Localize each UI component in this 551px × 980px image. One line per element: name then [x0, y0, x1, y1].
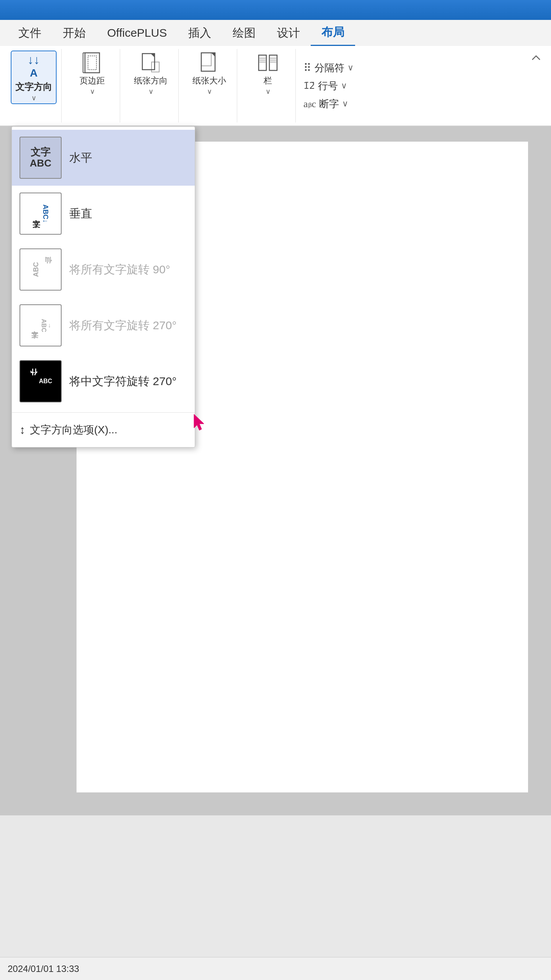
collapse-ribbon-button[interactable]: [527, 49, 545, 68]
ribbon-group-zhizhang-daxiao: 纸张大小 ∨: [182, 49, 237, 122]
tab-bar: 文件 开始 OfficePLUS 插入 绘图 设计 布局: [0, 20, 551, 46]
column-icon: [257, 51, 279, 74]
top-bar: [0, 0, 551, 20]
zhizhang-daxiao-button[interactable]: 纸张大小 ∨: [186, 51, 232, 96]
ribbon-group-zhizhang-fangxiang: 纸张方向 ∨: [123, 49, 179, 122]
dropdown-item-rotate270[interactable]: 文字 ABC ↓ 将所有文字旋转 270°: [12, 297, 195, 353]
svg-rect-1: [88, 56, 96, 70]
page-margin-svg-icon: [83, 51, 102, 74]
rotate90-label: 将所有文字旋转 90°: [69, 262, 170, 278]
svg-marker-20: [194, 414, 204, 430]
tab-file[interactable]: 文件: [8, 20, 52, 46]
duanzi-icon: aᵦc: [303, 98, 316, 110]
lan-arrow: ∨: [266, 87, 271, 96]
rotate270-icon-box: 文字 ABC ↓: [20, 304, 62, 346]
chinese270-icon-box: 仆什 ABC: [20, 360, 62, 402]
tab-start[interactable]: 开始: [52, 20, 96, 46]
hanghao-icon: 1̄2̄: [303, 80, 315, 91]
text-direction-dropdown: 文字 ABC 水平 文字 ABC↓ 垂直 ABC: [11, 126, 195, 448]
wenzi-fangxiang-button[interactable]: ↓↓ A 文字方向 ∨: [11, 51, 57, 104]
svg-rect-7: [152, 62, 159, 72]
tab-officeplus[interactable]: OfficePLUS: [96, 20, 178, 46]
zhizhang-fangxiang-button[interactable]: 纸张方向 ∨: [128, 51, 174, 96]
collapse-icon: [530, 52, 542, 64]
horizontal-icon-box: 文字 ABC: [20, 137, 62, 179]
ye-bianju-button[interactable]: 页边距 ∨: [69, 51, 115, 96]
tab-insert[interactable]: 插入: [178, 20, 222, 46]
lan-button[interactable]: 栏 ∨: [245, 51, 291, 96]
mouse-cursor: [193, 413, 207, 433]
text-direction-icon: ↓↓ A: [28, 53, 40, 79]
svg-marker-9: [211, 53, 215, 57]
paper-size-icon: [199, 51, 220, 74]
ribbon-group-yebianju: 页边距 ∨: [65, 49, 120, 122]
hanghao-item[interactable]: 1̄2̄ 行号 ∨: [303, 79, 354, 93]
options-label: 文字方向选项(X)...: [30, 423, 117, 437]
ribbon-group-wenzifangxiang: ↓↓ A 文字方向 ∨: [6, 49, 62, 122]
dropdown-item-vertical[interactable]: 文字 ABC↓ 垂直: [12, 186, 195, 242]
duanzi-item[interactable]: aᵦc 断字 ∨: [303, 97, 354, 111]
duanzi-arrow: ∨: [342, 99, 348, 109]
hanghao-arrow: ∨: [341, 81, 347, 91]
ribbon-right-group: ⠿ 分隔符 ∨ 1̄2̄ 行号 ∨ aᵦc 断字 ∨: [299, 49, 358, 122]
zhizhangfangxiang-arrow: ∨: [148, 87, 153, 96]
vertical-icon-box: 文字 ABC↓: [20, 193, 62, 235]
fengefu-arrow: ∨: [347, 63, 354, 73]
svg-rect-10: [201, 53, 211, 66]
wenzi-fangxiang-arrow: ∨: [31, 94, 36, 102]
tab-layout[interactable]: 布局: [311, 20, 355, 46]
svg-rect-8: [201, 53, 215, 71]
status-bar: 2024/01/01 13:33: [0, 957, 551, 980]
svg-rect-12: [269, 55, 277, 70]
vertical-label: 垂直: [69, 206, 92, 222]
dropdown-item-rotate90[interactable]: ABC 仙 将所有文字旋转 90°: [12, 242, 195, 297]
fengefu-icon: ⠿: [303, 62, 311, 74]
chinese270-label: 将中文字符旋转 270°: [69, 374, 176, 389]
paper-direction-icon: [139, 51, 162, 74]
zhizhangdaxiao-arrow: ∨: [207, 87, 212, 96]
dropdown-divider: [12, 412, 195, 413]
fengefu-item[interactable]: ⠿ 分隔符 ∨: [303, 61, 354, 75]
tab-design[interactable]: 设计: [266, 20, 311, 46]
dropdown-footer-options[interactable]: ↕ 文字方向选项(X)...: [12, 416, 195, 444]
ribbon-content: ↓↓ A 文字方向 ∨ 页边距: [0, 46, 551, 126]
timestamp: 2024/01/01 13:33: [8, 964, 79, 974]
yebianju-arrow: ∨: [90, 87, 95, 96]
svg-marker-6: [151, 54, 155, 57]
dropdown-item-chinese270[interactable]: 仆什 ABC 将中文字符旋转 270°: [12, 353, 195, 409]
options-icon: ↕: [20, 423, 25, 436]
tab-draw[interactable]: 绘图: [222, 20, 266, 46]
svg-rect-11: [259, 55, 266, 70]
ribbon-group-lan: 栏 ∨: [240, 49, 296, 122]
rotate270-label: 将所有文字旋转 270°: [69, 318, 176, 333]
dropdown-item-horizontal[interactable]: 文字 ABC 水平: [12, 130, 195, 186]
horizontal-label: 水平: [69, 150, 92, 166]
rotate90-icon-box: ABC 仙: [20, 248, 62, 291]
